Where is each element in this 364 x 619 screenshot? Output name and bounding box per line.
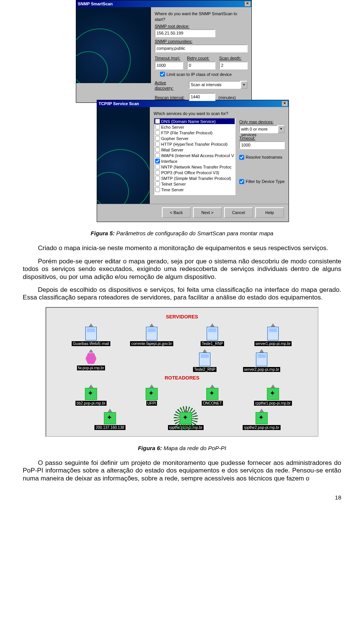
router-icon <box>267 388 279 400</box>
service-item[interactable]: Gopher Server <box>154 135 235 141</box>
router-icon <box>206 388 218 400</box>
service-item[interactable]: SMTP (Simple Mail Transfer Protocol) <box>154 175 235 181</box>
onlymap-select[interactable]: with 0 or more services▼ <box>239 125 285 133</box>
server-icon <box>267 327 279 340</box>
servers-heading: SERVIDORES <box>53 314 311 320</box>
tcpip-scan-window: TCP/IP Service Scan ✕ Which services do … <box>97 100 289 222</box>
figure-5-caption: Figura 5: Parâmetros de configuração do … <box>23 230 341 237</box>
close-icon[interactable]: ✕ <box>245 1 251 6</box>
fig5-bold: Figura 5: <box>91 230 115 236</box>
button-bar: < Back Next > Cancel Help <box>97 204 289 222</box>
paragraph: Depois de escolhido os dispositivos e se… <box>23 286 341 302</box>
close-icon[interactable]: ✕ <box>282 101 288 106</box>
help-button[interactable]: Help <box>255 207 284 218</box>
network-node[interactable]: 200.137.160.138 <box>83 409 136 430</box>
service-item[interactable]: Echo Server <box>154 124 235 130</box>
network-node[interactable]: rppthe2.pop-pi.rnp.br <box>235 409 288 430</box>
resolve-checkbox[interactable]: Resolve hostnames <box>239 154 285 160</box>
service-item[interactable]: POP3 (Post Office Protocol V3) <box>154 170 235 175</box>
router-icon <box>104 412 116 424</box>
service-item[interactable]: DNS (Domain Name Service) <box>154 118 235 124</box>
routers-heading: ROTEADORES <box>53 375 311 381</box>
network-node[interactable]: rppthe.pop-pi.rnp.br <box>159 409 212 430</box>
radar-graphic <box>76 7 151 83</box>
prompt-text: Where do you want the SNMP SmartScan to … <box>155 11 248 22</box>
rescan-label: Rescan interval: <box>155 95 186 100</box>
chevron-down-icon[interactable]: ▼ <box>278 125 285 133</box>
rescan-input[interactable]: 1440 <box>189 93 215 101</box>
depth-label: Scan depth: <box>219 55 248 61</box>
network-node[interactable]: fw.pop-pi.rnp.br <box>64 349 118 372</box>
timeout-input[interactable]: 1000 <box>155 61 183 69</box>
fig6-text: Mapa da rede do PoP-PI <box>162 445 226 451</box>
filter-checkbox[interactable]: Filter by Device Type <box>239 179 285 184</box>
server-icon <box>146 327 157 340</box>
network-node[interactable]: ONCONET <box>186 384 239 406</box>
node-label: rppthe2.pop-pi.rnp.br <box>243 425 280 430</box>
filter-label: Filter by Device Type <box>246 179 285 184</box>
service-item[interactable]: Telnet Server <box>154 181 235 187</box>
onlymap-label: Only map devices: <box>239 119 285 124</box>
timeout-label: Timeout: <box>239 135 285 141</box>
network-node[interactable]: bb2.pop-pi.rnp.br <box>64 384 118 406</box>
window-title: TCP/IP Service Scan <box>99 101 139 106</box>
back-button[interactable]: < Back <box>162 207 191 218</box>
root-device-label: SNMP root device: <box>155 24 248 29</box>
service-item[interactable]: HTTP (HyperText Transfer Protocol) <box>154 141 235 147</box>
service-item[interactable]: Time Server <box>154 187 235 192</box>
fig5-text: Parâmetros de configuração do SmartScan … <box>115 230 273 236</box>
server-icon <box>207 327 218 340</box>
window-title: SNMP SmartScan <box>78 1 113 6</box>
network-node[interactable]: Guaribas-Web/E-mail <box>64 323 118 346</box>
onlymap-value: with 0 or more services <box>239 125 278 133</box>
service-item[interactable]: IMail Server <box>154 147 235 153</box>
node-label: UFPI <box>146 401 157 406</box>
service-item[interactable]: FTP (File Transfer Protocol) <box>154 130 235 135</box>
router-icon <box>180 412 192 424</box>
fig6-bold: Figura 6: <box>138 445 162 451</box>
server-icon <box>256 353 267 366</box>
prompt-text: Which services do you want to scan for? <box>154 111 285 116</box>
service-item[interactable]: Interface <box>154 158 235 164</box>
communities-input[interactable]: company,public <box>155 44 248 52</box>
network-node[interactable]: rppthe1.pop-pi.rnp.br <box>246 384 300 406</box>
paragraph: Criado o mapa inicia-se neste momento a … <box>23 244 341 252</box>
communities-label: SNMP communities: <box>155 39 248 44</box>
limit-scan-checkbox[interactable]: Limit scan to IP class of root device <box>160 72 248 77</box>
router-icon <box>146 388 158 400</box>
node-label: 200.137.160.138 <box>94 425 125 430</box>
cancel-button[interactable]: Cancel <box>224 207 253 218</box>
network-node[interactable]: server2.pop-pi.rnp.br <box>235 349 288 372</box>
network-map: SERVIDORES Guaribas-Web/E-mailcorrente.f… <box>46 307 318 437</box>
paragraph: Porém pode-se querer editar o mapa gerad… <box>23 258 341 281</box>
network-node[interactable]: Teste1_RNP <box>186 323 239 346</box>
active-value: Scan at intervals <box>189 81 240 89</box>
retry-input[interactable]: 0 <box>187 61 215 69</box>
chevron-down-icon[interactable]: ▼ <box>240 81 248 89</box>
network-node[interactable]: Teste2_RNP <box>178 349 231 372</box>
fw-icon <box>85 353 97 365</box>
services-listbox[interactable]: DNS (Domain Name Service)Echo ServerFTP … <box>154 118 235 195</box>
network-node[interactable]: UFPI <box>125 384 178 406</box>
server-icon <box>85 327 97 340</box>
service-item[interactable]: IMAP4 (Internet Mail Access Protocol V <box>154 153 235 158</box>
paragraph: O passo seguinte foi definir um projeto … <box>23 459 341 482</box>
node-label: server1.pop-pi.rnp.br <box>254 341 292 346</box>
server-icon <box>199 353 210 366</box>
network-node[interactable]: corrente.fapepi.pi.gov.br <box>125 323 178 346</box>
active-discovery-select[interactable]: Scan at intervals▼ <box>189 81 248 89</box>
resolve-label: Resolve hostnames <box>246 154 282 160</box>
router-icon <box>85 388 97 400</box>
timeout-label: Timeout (ms): <box>155 55 183 61</box>
limit-scan-label: Limit scan to IP class of root device <box>166 72 232 77</box>
next-button[interactable]: Next > <box>193 207 222 218</box>
rescan-unit: (minutes) <box>218 95 236 100</box>
page-number: 18 <box>23 494 341 501</box>
service-item[interactable]: NNTP (Network News Transfer Protoc <box>154 164 235 170</box>
root-device-input[interactable]: 156.21.50.199 <box>155 29 215 37</box>
depth-input[interactable]: 2 <box>219 61 248 69</box>
network-node[interactable]: server1.pop-pi.rnp.br <box>246 323 300 346</box>
timeout-input[interactable]: 1000 <box>239 141 285 149</box>
router-icon <box>256 412 268 424</box>
snmp-smartscan-window: SNMP SmartScan ✕ Where do you want the S… <box>76 0 252 103</box>
